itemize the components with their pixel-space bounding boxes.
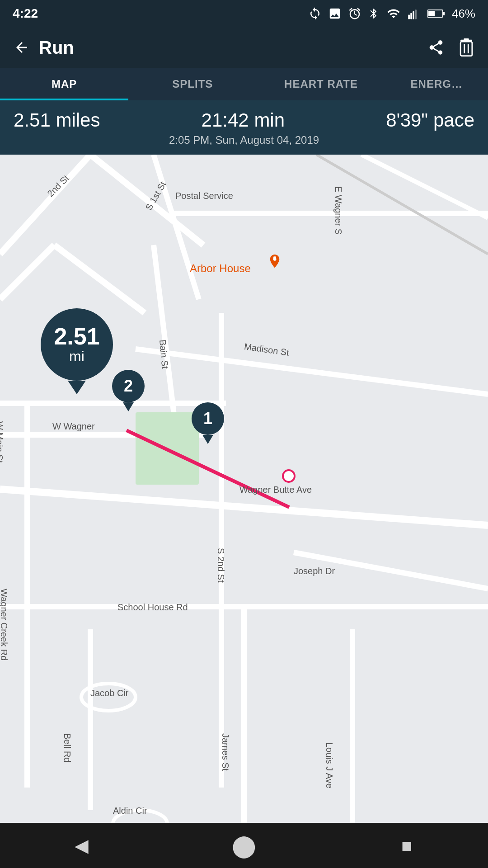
- street-label-school-house: School House Rd: [117, 602, 188, 613]
- street-label-aldin: Aldin Cir: [113, 806, 147, 816]
- delete-button[interactable]: [458, 38, 474, 57]
- image-icon: [328, 7, 342, 20]
- battery-icon: [427, 8, 446, 19]
- tabs: MAP SPLITS HEART RATE ENERG…: [0, 68, 488, 100]
- signal-icon: [408, 7, 421, 20]
- duration-value: 21:42 min: [202, 109, 285, 131]
- toolbar-right: [427, 38, 474, 57]
- street-label-e-wagner: E Wagner S: [333, 186, 343, 235]
- mile-1-bubble: 1: [192, 402, 224, 435]
- pace-value: 8'39" pace: [386, 109, 474, 131]
- sync-icon: [308, 7, 322, 20]
- tab-splits[interactable]: SPLITS: [128, 68, 257, 100]
- status-time: 4:22: [13, 6, 38, 21]
- street-label-wagner-creek: Wagner Creek Rd: [0, 589, 9, 660]
- svg-rect-6: [428, 11, 435, 16]
- distance-bubble-tail: [68, 381, 86, 394]
- distance-value: 2.51 miles: [14, 109, 100, 131]
- map-container[interactable]: 2.51 mi 2 1 Arbor House 2nd St S: [0, 155, 488, 868]
- mile-2-bubble: 2: [112, 370, 145, 402]
- street-label-wagner-butte: Wagner Butte Ave: [239, 485, 312, 495]
- toolbar-title: Run: [39, 38, 74, 58]
- mile-2-tail: [123, 402, 134, 411]
- alarm-icon: [348, 7, 361, 20]
- nav-back-button[interactable]: ◀: [63, 827, 99, 863]
- toolbar-left: Run: [14, 38, 74, 58]
- status-bar: 4:22: [0, 0, 488, 27]
- street-label-postal: Postal Service: [175, 191, 233, 201]
- svg-rect-5: [443, 12, 445, 15]
- street-label-w-wagner: W Wagner: [52, 421, 95, 432]
- svg-rect-8: [464, 38, 469, 40]
- stats-date: 2:05 PM, Sun, August 04, 2019: [14, 134, 474, 146]
- nav-home-button[interactable]: ⬤: [226, 827, 262, 863]
- stats-bar: 2.51 miles 21:42 min 8'39" pace 2:05 PM,…: [0, 100, 488, 155]
- tab-map[interactable]: MAP: [0, 68, 128, 100]
- battery-percentage: 46%: [452, 7, 475, 21]
- back-button[interactable]: [14, 39, 30, 56]
- svg-rect-0: [408, 15, 410, 19]
- mile-pin-2: 2: [112, 370, 145, 411]
- street-label-s2nd: S 2nd St: [216, 548, 226, 583]
- tab-energy[interactable]: ENERG…: [385, 68, 488, 100]
- toolbar: Run: [0, 27, 488, 68]
- stat-pace: 8'39" pace: [386, 109, 474, 131]
- svg-rect-1: [410, 13, 412, 19]
- distance-bubble-unit: mi: [69, 348, 84, 365]
- stats-row: 2.51 miles 21:42 min 8'39" pace: [14, 109, 474, 131]
- wifi-icon: [386, 7, 401, 20]
- svg-rect-9: [460, 42, 472, 56]
- svg-rect-3: [415, 9, 417, 19]
- arbor-house-label: Arbor House: [190, 262, 251, 275]
- street-label-jacob: Jacob Cir: [90, 688, 128, 698]
- share-button[interactable]: [427, 39, 445, 56]
- street-label-bell: Bell Rd: [62, 733, 72, 762]
- street-label-louisj: Louis J Ave: [324, 742, 334, 788]
- nav-recents-button[interactable]: ■: [389, 827, 425, 863]
- map-background: [0, 155, 488, 868]
- bluetooth-icon: [368, 7, 380, 20]
- nav-bar: ◀ ⬤ ■: [0, 823, 488, 868]
- distance-pin: 2.51 mi: [41, 308, 113, 394]
- mile-1-tail: [202, 435, 213, 444]
- stat-distance: 2.51 miles: [14, 109, 100, 131]
- street-label-joseph: Joseph Dr: [294, 566, 335, 576]
- street-label-james: James St: [220, 733, 230, 771]
- status-icons: 46%: [308, 7, 475, 21]
- svg-rect-2: [413, 11, 414, 19]
- tab-heart-rate[interactable]: HEART RATE: [257, 68, 385, 100]
- distance-bubble-value: 2.51: [54, 325, 99, 348]
- mile-pin-1: 1: [192, 402, 224, 444]
- distance-bubble: 2.51 mi: [41, 308, 113, 381]
- end-dot: [282, 469, 296, 483]
- svg-rect-34: [136, 412, 199, 485]
- street-label-w-main: W Main St: [0, 421, 5, 463]
- poi-icon: [267, 253, 283, 276]
- stat-duration: 21:42 min: [202, 109, 285, 131]
